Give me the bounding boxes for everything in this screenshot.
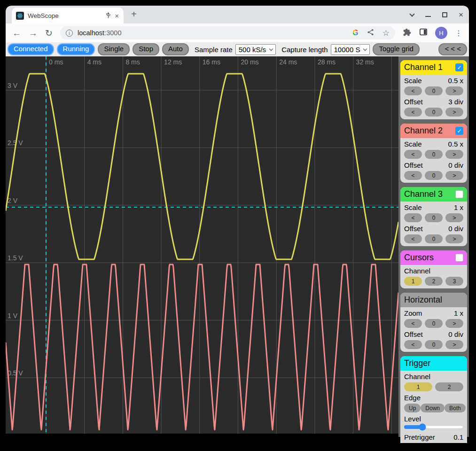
offset-dec-button[interactable]: < bbox=[404, 108, 422, 117]
panel-title: Cursors bbox=[404, 253, 434, 263]
offset-dec-button[interactable]: < bbox=[404, 234, 422, 243]
connected-button[interactable]: Connected bbox=[8, 43, 54, 55]
side-panel-icon[interactable] bbox=[419, 28, 428, 38]
scale-reset-button[interactable]: 0 bbox=[425, 213, 443, 222]
svg-text:8 ms: 8 ms bbox=[125, 58, 140, 66]
edge-up-button[interactable]: Up bbox=[404, 404, 421, 412]
offset-label: Offset bbox=[404, 98, 423, 106]
tab-search-chevron-icon[interactable] bbox=[409, 11, 414, 16]
zoom-label: Zoom bbox=[404, 309, 422, 317]
auto-button[interactable]: Auto bbox=[162, 43, 189, 55]
share-icon[interactable] bbox=[367, 29, 374, 37]
trigger-level-slider[interactable] bbox=[404, 425, 463, 429]
address-bar: ← → ↻ i localhost:3000 G ☆ bbox=[6, 23, 469, 42]
edge-down-button[interactable]: Down bbox=[421, 404, 445, 412]
tab-webscope[interactable]: WebScope × bbox=[12, 8, 124, 23]
zoom-inc-button[interactable]: > bbox=[445, 319, 463, 328]
maximize-icon[interactable] bbox=[442, 12, 447, 17]
minimize-icon[interactable] bbox=[425, 16, 431, 17]
new-tab-button[interactable]: + bbox=[131, 9, 137, 20]
sample-rate-select[interactable]: 500 kS/s bbox=[235, 44, 276, 55]
channel-2-panel: Channel 2 ✓ Scale0.5 x < 0 > Offset0 div… bbox=[400, 124, 467, 183]
check-icon: ✓ bbox=[457, 65, 461, 70]
svg-text:28 ms: 28 ms bbox=[318, 58, 336, 66]
check-icon: ✓ bbox=[457, 128, 461, 134]
omnibox[interactable]: i localhost:3000 G ☆ bbox=[60, 26, 395, 39]
google-icon[interactable]: G bbox=[352, 29, 358, 37]
panel-title: Channel 3 bbox=[404, 189, 443, 199]
scale-label: Scale bbox=[404, 203, 422, 211]
running-button[interactable]: Running bbox=[57, 43, 95, 55]
svg-text:2 V: 2 V bbox=[8, 197, 18, 204]
url-port: :3000 bbox=[104, 29, 121, 37]
page-info-icon[interactable]: i bbox=[66, 30, 73, 37]
cursor-channel-1-button[interactable]: 1 bbox=[404, 277, 422, 286]
cursor-channel-label: Channel bbox=[404, 267, 430, 275]
cursors-checkbox[interactable]: ✓ bbox=[455, 254, 463, 262]
cursors-panel: Cursors ✓ Channel 1 2 3 bbox=[400, 250, 467, 288]
scale-dec-button[interactable]: < bbox=[404, 150, 422, 159]
scale-dec-button[interactable]: < bbox=[404, 86, 422, 95]
zoom-reset-button[interactable]: 0 bbox=[425, 319, 443, 328]
trigger-channel-2-button[interactable]: 2 bbox=[435, 382, 463, 391]
browser-menu-icon[interactable]: ⋮ bbox=[455, 29, 462, 38]
forward-icon[interactable]: → bbox=[29, 29, 38, 38]
offset-inc-button[interactable]: > bbox=[445, 234, 463, 243]
stop-button[interactable]: Stop bbox=[133, 43, 159, 55]
channel-2-checkbox[interactable]: ✓ bbox=[455, 127, 463, 135]
capture-length-select[interactable]: 10000 S bbox=[331, 44, 370, 55]
bookmark-star-icon[interactable]: ☆ bbox=[382, 28, 390, 38]
offset-dec-button[interactable]: < bbox=[404, 340, 422, 349]
channel-1-checkbox[interactable]: ✓ bbox=[455, 63, 463, 71]
collapse-sidebar-button[interactable]: < < < bbox=[438, 43, 467, 55]
tab-strip: WebScope × + × bbox=[6, 6, 469, 23]
svg-text:4 ms: 4 ms bbox=[87, 58, 101, 66]
back-icon[interactable]: ← bbox=[12, 29, 21, 38]
offset-inc-button[interactable]: > bbox=[445, 340, 463, 349]
tab-title: WebScope bbox=[28, 12, 102, 19]
scale-dec-button[interactable]: < bbox=[404, 213, 422, 222]
scale-inc-button[interactable]: > bbox=[445, 213, 463, 222]
extensions-puzzle-icon[interactable] bbox=[403, 28, 412, 39]
zoom-dec-button[interactable]: < bbox=[404, 319, 422, 328]
capture-length-label: Capture length bbox=[281, 46, 328, 54]
single-button[interactable]: Single bbox=[98, 43, 130, 55]
panel-title: Channel 1 bbox=[404, 62, 443, 72]
offset-inc-button[interactable]: > bbox=[445, 171, 463, 180]
offset-value: 0 div bbox=[448, 161, 463, 169]
offset-value: 3 div bbox=[448, 98, 463, 106]
scope-display[interactable]: 3 V2.5 V2 V1.5 V1 V0.5 V0 ms4 ms8 ms12 m… bbox=[6, 56, 398, 434]
chevron-down-icon bbox=[363, 47, 367, 50]
pretrigger-label: Pretrigger bbox=[404, 433, 435, 441]
offset-reset-button[interactable]: 0 bbox=[425, 108, 443, 117]
channel-3-checkbox[interactable]: ✓ bbox=[455, 190, 463, 198]
offset-reset-button[interactable]: 0 bbox=[425, 340, 443, 349]
cursor-channel-2-button[interactable]: 2 bbox=[425, 277, 443, 286]
svg-text:12 ms: 12 ms bbox=[164, 58, 182, 66]
offset-dec-button[interactable]: < bbox=[404, 171, 422, 180]
offset-reset-button[interactable]: 0 bbox=[425, 234, 443, 243]
profile-avatar[interactable]: H bbox=[435, 27, 447, 39]
scale-reset-button[interactable]: 0 bbox=[425, 150, 443, 159]
svg-text:0 ms: 0 ms bbox=[49, 58, 63, 66]
trigger-channel-label: Channel bbox=[404, 373, 430, 381]
trigger-channel-1-button[interactable]: 1 bbox=[404, 382, 432, 391]
offset-reset-button[interactable]: 0 bbox=[425, 171, 443, 180]
offset-inc-button[interactable]: > bbox=[445, 108, 463, 117]
react-atom-favicon bbox=[16, 12, 24, 20]
scale-reset-button[interactable]: 0 bbox=[425, 86, 443, 95]
cursor-channel-3-button[interactable]: 3 bbox=[445, 277, 463, 286]
chevron-down-icon bbox=[269, 47, 273, 50]
toggle-grid-button[interactable]: Toggle grid bbox=[373, 43, 419, 55]
window-close-icon[interactable]: × bbox=[459, 11, 463, 19]
slider-thumb[interactable] bbox=[419, 424, 426, 431]
edge-both-button[interactable]: Both bbox=[445, 404, 466, 412]
reload-icon[interactable]: ↻ bbox=[45, 29, 53, 38]
scale-inc-button[interactable]: > bbox=[445, 86, 463, 95]
svg-text:20 ms: 20 ms bbox=[241, 58, 259, 66]
level-label: Level bbox=[404, 415, 421, 423]
tab-close-icon[interactable]: × bbox=[115, 12, 119, 20]
offset-label: Offset bbox=[404, 330, 423, 338]
scale-inc-button[interactable]: > bbox=[445, 150, 463, 159]
scope-canvas[interactable]: 3 V2.5 V2 V1.5 V1 V0.5 V0 ms4 ms8 ms12 m… bbox=[6, 56, 398, 434]
